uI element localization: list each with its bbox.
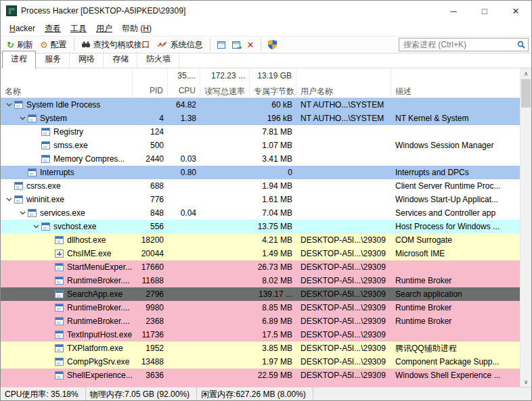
process-row[interactable]: csrss.exe6881.94 MBClient Server Runtime… xyxy=(1,179,521,193)
process-row[interactable]: System41.38196 kBNT AUTHO...\SYSTEMNT Ke… xyxy=(1,112,521,125)
private-bytes-cell: 1.97 MB xyxy=(250,355,296,369)
cpu-cell xyxy=(168,382,200,387)
tab-services[interactable]: 服务 xyxy=(36,51,70,68)
menu-help[interactable]: 帮助 (H) xyxy=(117,22,156,36)
process-row[interactable]: TextInputHost.exe1173617.5 MBDESKTOP-A5I… xyxy=(1,328,521,341)
search-icon[interactable] xyxy=(517,41,525,49)
io-total: 172.23 ... xyxy=(200,68,250,83)
io-rate-cell xyxy=(200,220,250,233)
name-cell: ChsIME.exe xyxy=(1,247,133,260)
io-rate-cell xyxy=(200,206,250,220)
process-name: ShellExperience... xyxy=(67,369,133,382)
expand-chevron-icon[interactable] xyxy=(3,197,14,202)
close-button[interactable]: ✕ xyxy=(500,1,531,21)
io-rate-cell xyxy=(200,112,250,125)
expand-chevron-icon[interactable] xyxy=(17,211,28,215)
description-cell: Interrupts and DPCs xyxy=(391,166,521,179)
column-user-name[interactable]: 用户名称 xyxy=(296,83,391,98)
always-on-top-button[interactable] xyxy=(214,40,229,50)
column-description[interactable]: 描述 xyxy=(391,83,521,98)
search-input[interactable] xyxy=(402,39,517,50)
refresh-button[interactable]: ↻ 刷新 xyxy=(3,38,37,52)
process-row[interactable]: ChsIME.exe200441.49 MBDESKTOP-A5I...\293… xyxy=(1,247,521,260)
column-private-bytes[interactable]: 专属字节数 xyxy=(250,83,296,98)
private-bytes-cell: 7.81 MB xyxy=(250,125,296,139)
menu-hacker[interactable]: Hacker xyxy=(5,22,40,34)
scroll-down-arrow-icon[interactable]: ∨ xyxy=(520,377,531,387)
open-window-button[interactable] xyxy=(229,40,244,50)
process-row[interactable]: services.exe8480.047.04 MBServices and C… xyxy=(1,206,521,220)
expand-chevron-icon[interactable] xyxy=(30,225,41,229)
menu-hacker-accel: H xyxy=(9,24,16,33)
name-cell: TextInputHost.exe xyxy=(1,328,133,341)
process-row[interactable]: svchost.exe55613.75 MBHost Process for W… xyxy=(1,220,521,233)
scrollbar-thumb[interactable] xyxy=(521,79,531,108)
user-name-cell: DESKTOP-A5I...\29309 xyxy=(296,369,391,382)
name-cell: System xyxy=(1,112,133,125)
private-bytes-cell: 6.89 MB xyxy=(250,314,296,328)
tree-indent xyxy=(1,227,30,227)
expand-chevron-icon[interactable] xyxy=(17,116,28,120)
menu-view[interactable]: 查看 xyxy=(40,22,66,36)
terminate-button[interactable]: ✕ xyxy=(244,39,258,51)
column-cpu[interactable]: CPU xyxy=(168,83,200,98)
private-bytes-cell: 7.04 MB xyxy=(250,206,296,220)
process-row[interactable]: CompPkgSrv.exe134881.97 MBDESKTOP-A5I...… xyxy=(1,355,521,369)
process-row[interactable]: dllhost.exe182004.21 MBDESKTOP-A5I...\29… xyxy=(1,233,521,247)
process-row[interactable]: RuntimeBroker....99808.85 MBDESKTOP-A5I.… xyxy=(1,301,521,314)
process-row[interactable]: smss.exe5001.07 MBWindows Session Manage… xyxy=(1,139,521,152)
user-name-cell: DESKTOP-A5I...\29309 xyxy=(296,274,391,287)
pid-cell: 11688 xyxy=(133,274,168,287)
expand-chevron-icon[interactable] xyxy=(3,103,14,107)
options-button[interactable]: ⚙ 配置 xyxy=(37,38,70,52)
user-name-cell: DESKTOP-A5I...\29309 xyxy=(296,233,391,247)
column-name[interactable]: 名称 xyxy=(1,83,133,98)
process-name: services.exe xyxy=(40,206,85,220)
cpu-cell xyxy=(168,125,200,139)
tab-firewall[interactable]: 防火墙 xyxy=(137,51,179,68)
process-row[interactable] xyxy=(1,382,521,387)
column-pid[interactable]: PID xyxy=(133,83,168,98)
description-cell xyxy=(391,260,521,274)
process-row[interactable]: Memory Compres...24400.033.41 MB xyxy=(1,152,521,166)
private-bytes-cell: 1.61 MB xyxy=(250,193,296,206)
process-row[interactable]: RuntimeBroker....23686.89 MBDESKTOP-A5I.… xyxy=(1,314,521,328)
pid-cell xyxy=(133,98,168,112)
column-io-rate[interactable]: 读写总速率 xyxy=(200,83,250,98)
process-row[interactable]: SearchApp.exe2796139.17 ...DESKTOP-A5I..… xyxy=(1,287,521,301)
menu-tools[interactable]: 工具 xyxy=(66,22,91,36)
description-cell xyxy=(391,125,521,139)
minimize-button[interactable]: ─ xyxy=(438,1,469,21)
system-info-button[interactable]: 系统信息 xyxy=(154,38,206,52)
binoculars-icon xyxy=(81,41,91,49)
tab-network[interactable]: 网络 xyxy=(70,51,104,68)
process-row[interactable]: StartMenuExper...1766026.73 MBDESKTOP-A5… xyxy=(1,260,521,274)
pid-cell: 2440 xyxy=(133,152,168,166)
private-bytes-cell: 13.75 MB xyxy=(250,220,296,233)
process-row[interactable]: Interrupts0.800Interrupts and DPCs xyxy=(1,166,521,179)
private-bytes-cell: 4.21 MB xyxy=(250,233,296,247)
user-name-cell xyxy=(296,206,391,220)
tab-disk[interactable]: 存储 xyxy=(104,51,137,68)
find-handles-label: 查找句柄或接口 xyxy=(93,39,150,51)
process-row[interactable]: RuntimeBroker....116888.02 MBDESKTOP-A5I… xyxy=(1,274,521,287)
vertical-scrollbar[interactable]: ∧ ∨ xyxy=(520,68,531,387)
cpu-cell xyxy=(168,247,200,260)
maximize-button[interactable]: □ xyxy=(469,1,500,21)
show-details-for-all-processes-button[interactable] xyxy=(265,39,280,51)
process-row[interactable]: TXPlatform.exe19523.85 MBDESKTOP-A5I...\… xyxy=(1,341,521,355)
title-bar: Process Hacker [DESKTOP-A5IPKED\29309] ─… xyxy=(1,1,531,21)
process-name: Memory Compres... xyxy=(53,152,125,166)
find-handles-button[interactable]: 查找句柄或接口 xyxy=(78,38,154,52)
name-cell: Interrupts xyxy=(1,166,133,179)
tree-indent xyxy=(1,321,44,322)
process-row[interactable]: wininit.exe7761.61 MBWindows Start-Up Ap… xyxy=(1,193,521,206)
description-cell: Runtime Broker xyxy=(391,274,521,287)
process-row[interactable]: Registry1247.81 MB xyxy=(1,125,521,139)
scroll-up-arrow-icon[interactable]: ∧ xyxy=(520,68,531,78)
private-bytes-cell: 17.5 MB xyxy=(250,328,296,341)
menu-users[interactable]: 用户 xyxy=(91,22,117,36)
process-row[interactable]: ShellExperience...363622.59 MBDESKTOP-A5… xyxy=(1,369,521,382)
tab-processes[interactable]: 进程 xyxy=(2,51,36,68)
process-row[interactable]: System Idle Process64.8260 kBNT AUTHO...… xyxy=(1,98,521,112)
